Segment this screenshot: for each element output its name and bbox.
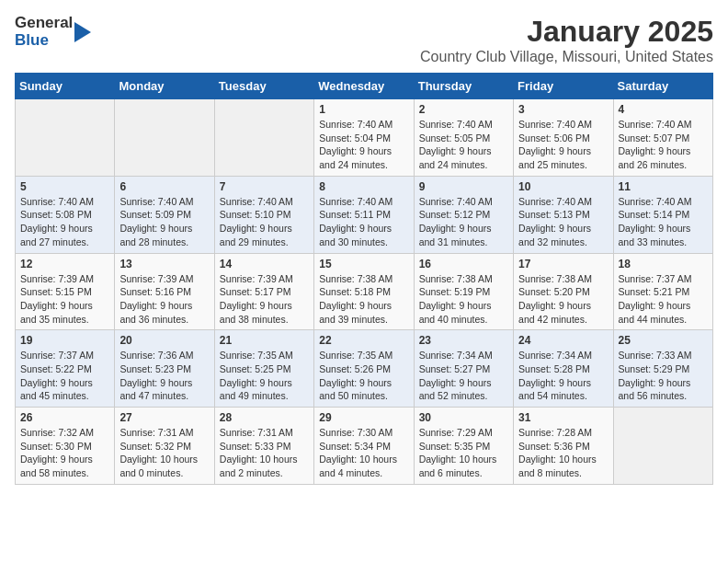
col-header-wednesday: Wednesday <box>314 74 414 99</box>
calendar-cell <box>115 99 214 177</box>
day-number: 24 <box>518 334 608 347</box>
calendar-cell: 5Sunrise: 7:40 AM Sunset: 5:08 PM Daylig… <box>16 176 115 253</box>
calendar-cell: 21Sunrise: 7:35 AM Sunset: 5:25 PM Dayli… <box>214 330 313 408</box>
calendar-cell: 30Sunrise: 7:29 AM Sunset: 5:35 PM Dayli… <box>414 408 513 485</box>
day-number: 8 <box>319 180 408 193</box>
day-info: Sunrise: 7:38 AM Sunset: 5:20 PM Dayligh… <box>518 272 608 327</box>
day-info: Sunrise: 7:39 AM Sunset: 5:15 PM Dayligh… <box>20 272 109 327</box>
calendar-cell: 27Sunrise: 7:31 AM Sunset: 5:32 PM Dayli… <box>115 408 214 485</box>
col-header-tuesday: Tuesday <box>214 74 313 99</box>
calendar-cell <box>214 99 313 177</box>
calendar-cell <box>613 408 712 485</box>
day-info: Sunrise: 7:40 AM Sunset: 5:08 PM Dayligh… <box>20 195 109 249</box>
day-number: 9 <box>419 180 508 193</box>
month-title: January 2025 <box>420 15 713 49</box>
calendar-cell: 1Sunrise: 7:40 AM Sunset: 5:04 PM Daylig… <box>314 99 414 177</box>
day-number: 22 <box>319 334 408 347</box>
location-title: Country Club Village, Missouri, United S… <box>420 49 713 65</box>
day-info: Sunrise: 7:39 AM Sunset: 5:17 PM Dayligh… <box>220 272 309 327</box>
day-info: Sunrise: 7:38 AM Sunset: 5:19 PM Dayligh… <box>419 272 508 327</box>
calendar-cell: 4Sunrise: 7:40 AM Sunset: 5:07 PM Daylig… <box>613 99 712 177</box>
day-info: Sunrise: 7:40 AM Sunset: 5:14 PM Dayligh… <box>619 195 708 249</box>
day-info: Sunrise: 7:36 AM Sunset: 5:23 PM Dayligh… <box>119 349 209 403</box>
day-number: 26 <box>20 411 109 424</box>
day-number: 14 <box>220 258 309 270</box>
calendar-cell: 24Sunrise: 7:34 AM Sunset: 5:28 PM Dayli… <box>514 330 613 408</box>
day-info: Sunrise: 7:40 AM Sunset: 5:06 PM Dayligh… <box>518 118 608 172</box>
day-info: Sunrise: 7:40 AM Sunset: 5:09 PM Dayligh… <box>119 195 209 249</box>
day-info: Sunrise: 7:30 AM Sunset: 5:34 PM Dayligh… <box>319 426 408 480</box>
day-info: Sunrise: 7:31 AM Sunset: 5:32 PM Dayligh… <box>119 426 209 480</box>
day-info: Sunrise: 7:40 AM Sunset: 5:04 PM Dayligh… <box>319 118 408 172</box>
calendar-cell: 14Sunrise: 7:39 AM Sunset: 5:17 PM Dayli… <box>214 253 313 330</box>
day-number: 3 <box>518 103 608 116</box>
calendar-cell: 11Sunrise: 7:40 AM Sunset: 5:14 PM Dayli… <box>613 176 712 253</box>
day-info: Sunrise: 7:39 AM Sunset: 5:16 PM Dayligh… <box>119 272 209 327</box>
day-info: Sunrise: 7:28 AM Sunset: 5:36 PM Dayligh… <box>518 426 608 480</box>
col-header-saturday: Saturday <box>613 74 712 99</box>
day-info: Sunrise: 7:40 AM Sunset: 5:07 PM Dayligh… <box>619 118 708 172</box>
col-header-monday: Monday <box>115 74 214 99</box>
calendar-cell: 23Sunrise: 7:34 AM Sunset: 5:27 PM Dayli… <box>414 330 513 408</box>
title-block: January 2025 Country Club Village, Misso… <box>420 15 713 65</box>
day-info: Sunrise: 7:37 AM Sunset: 5:21 PM Dayligh… <box>619 272 708 327</box>
day-number: 1 <box>319 103 408 116</box>
day-number: 21 <box>220 334 309 347</box>
calendar-cell: 2Sunrise: 7:40 AM Sunset: 5:05 PM Daylig… <box>414 99 513 177</box>
calendar-week-row: 12Sunrise: 7:39 AM Sunset: 5:15 PM Dayli… <box>16 253 713 330</box>
logo-arrow-icon <box>74 22 91 42</box>
day-number: 31 <box>518 411 608 424</box>
day-number: 18 <box>619 258 708 270</box>
calendar-cell: 28Sunrise: 7:31 AM Sunset: 5:33 PM Dayli… <box>214 408 313 485</box>
calendar-week-row: 19Sunrise: 7:37 AM Sunset: 5:22 PM Dayli… <box>16 330 713 408</box>
day-info: Sunrise: 7:38 AM Sunset: 5:18 PM Dayligh… <box>319 272 408 327</box>
day-number: 13 <box>119 258 209 270</box>
logo-text: General Blue <box>15 15 91 49</box>
calendar-cell: 17Sunrise: 7:38 AM Sunset: 5:20 PM Dayli… <box>514 253 613 330</box>
calendar-cell: 25Sunrise: 7:33 AM Sunset: 5:29 PM Dayli… <box>613 330 712 408</box>
svg-marker-0 <box>74 22 91 42</box>
day-number: 7 <box>220 180 309 193</box>
calendar-cell: 26Sunrise: 7:32 AM Sunset: 5:30 PM Dayli… <box>16 408 115 485</box>
logo: General Blue <box>15 15 91 49</box>
day-number: 16 <box>419 258 508 270</box>
col-header-friday: Friday <box>514 74 613 99</box>
calendar-cell: 31Sunrise: 7:28 AM Sunset: 5:36 PM Dayli… <box>514 408 613 485</box>
calendar-cell: 18Sunrise: 7:37 AM Sunset: 5:21 PM Dayli… <box>613 253 712 330</box>
day-number: 19 <box>20 334 109 347</box>
day-number: 29 <box>319 411 408 424</box>
calendar-cell: 9Sunrise: 7:40 AM Sunset: 5:12 PM Daylig… <box>414 176 513 253</box>
day-info: Sunrise: 7:35 AM Sunset: 5:26 PM Dayligh… <box>319 349 408 403</box>
day-number: 20 <box>119 334 209 347</box>
calendar-cell: 8Sunrise: 7:40 AM Sunset: 5:11 PM Daylig… <box>314 176 414 253</box>
day-info: Sunrise: 7:40 AM Sunset: 5:12 PM Dayligh… <box>419 195 508 249</box>
day-info: Sunrise: 7:33 AM Sunset: 5:29 PM Dayligh… <box>619 349 708 403</box>
day-info: Sunrise: 7:29 AM Sunset: 5:35 PM Dayligh… <box>419 426 508 480</box>
calendar-cell <box>16 99 115 177</box>
day-number: 4 <box>619 103 708 116</box>
day-info: Sunrise: 7:31 AM Sunset: 5:33 PM Dayligh… <box>220 426 309 480</box>
day-number: 30 <box>419 411 508 424</box>
calendar-cell: 13Sunrise: 7:39 AM Sunset: 5:16 PM Dayli… <box>115 253 214 330</box>
day-number: 11 <box>619 180 708 193</box>
calendar-cell: 12Sunrise: 7:39 AM Sunset: 5:15 PM Dayli… <box>16 253 115 330</box>
calendar-cell: 20Sunrise: 7:36 AM Sunset: 5:23 PM Dayli… <box>115 330 214 408</box>
day-number: 25 <box>619 334 708 347</box>
calendar-cell: 19Sunrise: 7:37 AM Sunset: 5:22 PM Dayli… <box>16 330 115 408</box>
day-number: 5 <box>20 180 109 193</box>
day-number: 12 <box>20 258 109 270</box>
day-number: 2 <box>419 103 508 116</box>
logo-blue: Blue <box>15 32 73 50</box>
calendar-cell: 10Sunrise: 7:40 AM Sunset: 5:13 PM Dayli… <box>514 176 613 253</box>
day-number: 6 <box>119 180 209 193</box>
calendar-week-row: 26Sunrise: 7:32 AM Sunset: 5:30 PM Dayli… <box>16 408 713 485</box>
day-info: Sunrise: 7:40 AM Sunset: 5:11 PM Dayligh… <box>319 195 408 249</box>
calendar-cell: 22Sunrise: 7:35 AM Sunset: 5:26 PM Dayli… <box>314 330 414 408</box>
day-info: Sunrise: 7:35 AM Sunset: 5:25 PM Dayligh… <box>220 349 309 403</box>
calendar-cell: 15Sunrise: 7:38 AM Sunset: 5:18 PM Dayli… <box>314 253 414 330</box>
calendar-cell: 29Sunrise: 7:30 AM Sunset: 5:34 PM Dayli… <box>314 408 414 485</box>
calendar-header-row: SundayMondayTuesdayWednesdayThursdayFrid… <box>16 74 713 99</box>
col-header-sunday: Sunday <box>16 74 115 99</box>
day-info: Sunrise: 7:37 AM Sunset: 5:22 PM Dayligh… <box>20 349 109 403</box>
day-info: Sunrise: 7:32 AM Sunset: 5:30 PM Dayligh… <box>20 426 109 480</box>
